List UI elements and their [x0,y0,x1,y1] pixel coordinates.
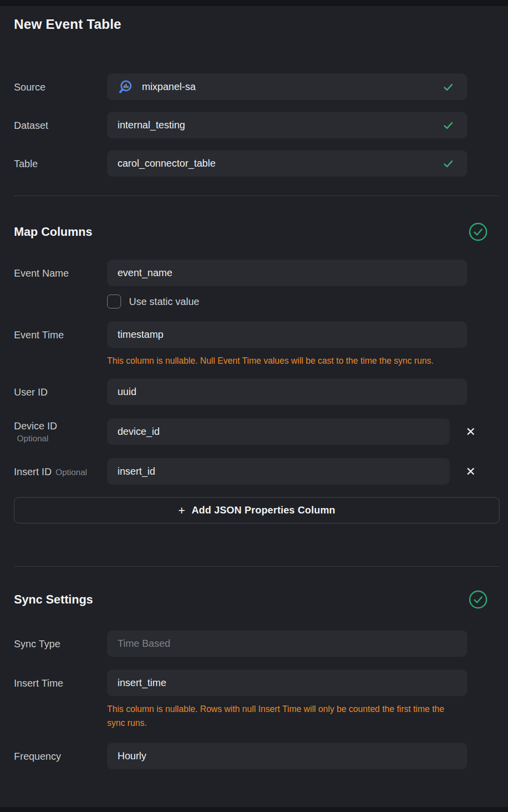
insert-id-select[interactable]: insert_id [107,458,450,485]
table-row: Table carol_connector_table [14,150,500,177]
table-value: carol_connector_table [118,158,216,169]
event-time-nullable-warning: This column is nullable. Null Event Time… [107,354,500,368]
event-time-value: timestamp [118,329,163,340]
use-static-value-checkbox[interactable] [107,295,121,308]
page-title: New Event Table [14,16,500,32]
insert-id-row: Insert IDOptional insert_id ✕ [14,458,500,485]
table-select[interactable]: carol_connector_table [107,150,467,177]
use-static-value-label: Use static value [129,296,199,307]
insert-id-label: Insert IDOptional [14,466,107,478]
table-valid-check-icon [442,158,454,170]
dataset-select[interactable]: internal_testing [107,112,467,138]
section-divider [14,196,500,196]
top-edge-shade [0,0,508,6]
add-json-properties-button[interactable]: + Add JSON Properties Column [14,497,500,523]
sync-settings-complete-icon [468,590,488,609]
frequency-row: Frequency Hourly [14,743,500,769]
insert-time-label: Insert Time [14,677,107,689]
user-id-select[interactable]: uuid [107,379,467,405]
user-id-value: uuid [118,386,136,398]
source-valid-check-icon [442,81,454,93]
insert-time-value: insert_time [118,677,166,689]
dataset-label: Dataset [14,119,107,131]
insert-time-select[interactable]: insert_time [107,670,467,696]
insert-id-optional-tag: Optional [56,468,87,477]
device-id-clear-col: ✕ [450,424,500,440]
frequency-select[interactable]: Hourly [107,743,467,769]
device-id-optional-tag: Optional [14,434,101,444]
sync-type-value: Time Based [118,638,170,649]
source-select[interactable]: mixpanel-sa [107,74,467,100]
source-label: Source [14,81,107,93]
add-json-properties-label: Add JSON Properties Column [192,505,336,516]
insert-id-value: insert_id [118,466,155,477]
device-id-select[interactable]: device_id [107,418,450,445]
map-columns-title: Map Columns [14,224,92,239]
device-id-value: device_id [118,426,160,437]
dataset-valid-check-icon [442,119,454,131]
insert-time-nullable-warning: This column is nullable. Rows with null … [107,702,500,730]
source-row: Source mixpanel-sa [14,74,500,100]
frequency-value: Hourly [118,750,146,762]
dataset-row: Dataset internal_testing [14,112,500,138]
map-columns-complete-icon [468,222,488,242]
section-divider [14,566,500,567]
mixpanel-source-icon [118,79,133,95]
new-event-table-form: New Event Table Source mixpanel-sa Datas… [0,0,508,769]
event-time-select[interactable]: timestamp [107,321,467,348]
table-label: Table [14,158,107,170]
insert-time-row: Insert Time insert_time [14,670,500,696]
static-value-row: Use static value [107,295,500,308]
device-id-row: Device ID Optional device_id ✕ [14,418,500,445]
event-name-value: event_name [118,267,172,279]
sync-type-select: Time Based [107,630,467,657]
bottom-edge-shade [0,807,508,812]
user-id-label: User ID [14,386,107,398]
x-icon: ✕ [466,465,476,478]
source-value: mixpanel-sa [142,81,196,93]
event-time-row: Event Time timestamp [14,321,500,348]
event-name-label: Event Name [14,267,107,279]
sync-settings-header: Sync Settings [14,590,500,609]
device-id-label: Device ID Optional [14,420,107,444]
device-id-clear-button[interactable]: ✕ [462,424,480,440]
insert-id-clear-button[interactable]: ✕ [462,464,480,480]
dataset-value: internal_testing [118,119,185,131]
sync-type-row: Sync Type Time Based [14,630,500,657]
x-icon: ✕ [466,425,476,438]
map-columns-header: Map Columns [14,222,500,242]
user-id-row: User ID uuid [14,379,500,405]
insert-id-clear-col: ✕ [450,464,500,480]
sync-type-label: Sync Type [14,638,107,650]
sync-settings-title: Sync Settings [14,592,93,607]
event-name-row: Event Name event_name [14,260,500,286]
event-name-select[interactable]: event_name [107,260,467,286]
frequency-label: Frequency [14,750,107,762]
plus-icon: + [178,505,185,516]
event-time-label: Event Time [14,329,107,341]
